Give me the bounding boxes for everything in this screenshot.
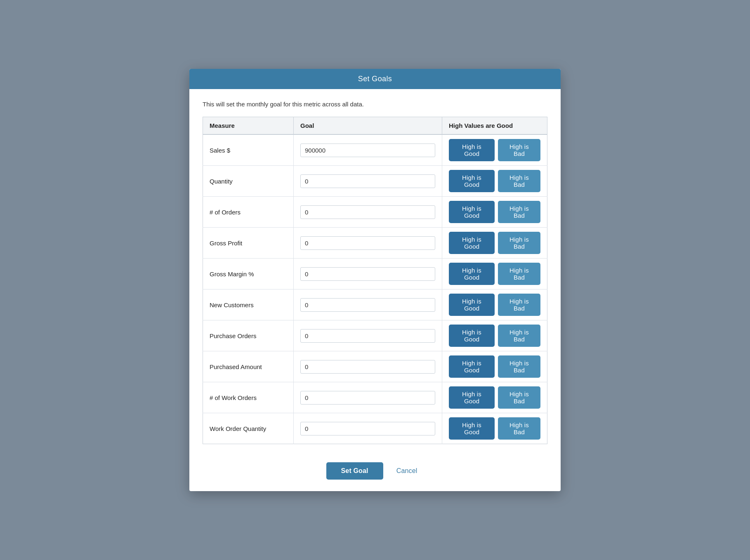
high-is-bad-button-work-order-quantity[interactable]: High is Bad — [498, 417, 540, 440]
modal-title: Set Goals — [358, 75, 392, 83]
modal-footer: Set Goal Cancel — [189, 454, 561, 491]
high-is-bad-button-purchased-amount[interactable]: High is Bad — [498, 355, 540, 378]
high-is-bad-button-quantity[interactable]: High is Bad — [498, 170, 540, 192]
table-row: # of OrdersHigh is GoodHigh is Bad — [203, 197, 547, 228]
modal-description: This will set the monthly goal for this … — [203, 101, 547, 108]
set-goals-modal: Set Goals This will set the monthly goal… — [189, 69, 561, 491]
high-is-good-button-orders[interactable]: High is Good — [449, 201, 495, 223]
goal-cell-work-orders — [294, 382, 442, 413]
high-is-good-button-purchase-orders[interactable]: High is Good — [449, 325, 495, 347]
table-row: Gross Margin %High is GoodHigh is Bad — [203, 259, 547, 289]
high-values-cell-orders: High is GoodHigh is Bad — [442, 197, 547, 228]
btn-group-sales: High is GoodHigh is Bad — [449, 139, 540, 161]
measure-cell-quantity: Quantity — [203, 166, 294, 197]
measure-cell-gross-profit: Gross Profit — [203, 228, 294, 259]
goal-input-gross-margin[interactable] — [300, 267, 435, 281]
measure-cell-sales: Sales $ — [203, 134, 294, 166]
goal-input-quantity[interactable] — [300, 174, 435, 188]
btn-group-purchase-orders: High is GoodHigh is Bad — [449, 325, 540, 347]
table-row: Purchase OrdersHigh is GoodHigh is Bad — [203, 320, 547, 351]
goal-cell-gross-profit — [294, 228, 442, 259]
table-row: Purchased AmountHigh is GoodHigh is Bad — [203, 351, 547, 382]
btn-group-orders: High is GoodHigh is Bad — [449, 201, 540, 223]
high-is-good-button-gross-margin[interactable]: High is Good — [449, 263, 495, 285]
modal-body: This will set the monthly goal for this … — [189, 89, 561, 454]
table-row: # of Work OrdersHigh is GoodHigh is Bad — [203, 382, 547, 413]
high-is-bad-button-gross-margin[interactable]: High is Bad — [498, 263, 540, 285]
high-is-bad-button-new-customers[interactable]: High is Bad — [498, 294, 540, 316]
high-is-bad-button-purchase-orders[interactable]: High is Bad — [498, 325, 540, 347]
high-values-cell-sales: High is GoodHigh is Bad — [442, 134, 547, 166]
goals-table: Measure Goal High Values are Good Sales … — [203, 117, 547, 444]
goal-input-work-orders[interactable] — [300, 391, 435, 405]
high-values-cell-quantity: High is GoodHigh is Bad — [442, 166, 547, 197]
goal-cell-quantity — [294, 166, 442, 197]
measure-cell-new-customers: New Customers — [203, 289, 294, 320]
goal-cell-purchase-orders — [294, 320, 442, 351]
set-goal-button[interactable]: Set Goal — [326, 462, 383, 480]
btn-group-quantity: High is GoodHigh is Bad — [449, 170, 540, 192]
high-is-good-button-work-order-quantity[interactable]: High is Good — [449, 417, 495, 440]
high-is-good-button-new-customers[interactable]: High is Good — [449, 294, 495, 316]
high-is-good-button-work-orders[interactable]: High is Good — [449, 386, 495, 409]
high-values-cell-new-customers: High is GoodHigh is Bad — [442, 289, 547, 320]
goal-input-purchase-orders[interactable] — [300, 329, 435, 343]
high-is-good-button-purchased-amount[interactable]: High is Good — [449, 355, 495, 378]
table-row: New CustomersHigh is GoodHigh is Bad — [203, 289, 547, 320]
high-is-bad-button-sales[interactable]: High is Bad — [498, 139, 540, 161]
goal-input-purchased-amount[interactable] — [300, 360, 435, 374]
goal-cell-purchased-amount — [294, 351, 442, 382]
table-row: QuantityHigh is GoodHigh is Bad — [203, 166, 547, 197]
goal-input-orders[interactable] — [300, 205, 435, 219]
goal-input-gross-profit[interactable] — [300, 236, 435, 250]
table-row: Work Order QuantityHigh is GoodHigh is B… — [203, 413, 547, 444]
high-values-cell-purchased-amount: High is GoodHigh is Bad — [442, 351, 547, 382]
measure-cell-work-order-quantity: Work Order Quantity — [203, 413, 294, 444]
modal-overlay: Set Goals This will set the monthly goal… — [0, 0, 750, 560]
table-header: Measure Goal High Values are Good — [203, 117, 547, 135]
high-is-good-button-quantity[interactable]: High is Good — [449, 170, 495, 192]
goal-cell-sales — [294, 134, 442, 166]
table-body: Sales $High is GoodHigh is BadQuantityHi… — [203, 134, 547, 444]
high-values-cell-work-order-quantity: High is GoodHigh is Bad — [442, 413, 547, 444]
table-row: Gross ProfitHigh is GoodHigh is Bad — [203, 228, 547, 259]
measure-cell-gross-margin: Gross Margin % — [203, 259, 294, 289]
btn-group-new-customers: High is GoodHigh is Bad — [449, 294, 540, 316]
cancel-button[interactable]: Cancel — [390, 462, 424, 480]
goal-input-work-order-quantity[interactable] — [300, 422, 435, 435]
high-values-cell-purchase-orders: High is GoodHigh is Bad — [442, 320, 547, 351]
high-is-bad-button-orders[interactable]: High is Bad — [498, 201, 540, 223]
btn-group-work-orders: High is GoodHigh is Bad — [449, 386, 540, 409]
table-row: Sales $High is GoodHigh is Bad — [203, 134, 547, 166]
high-is-good-button-gross-profit[interactable]: High is Good — [449, 232, 495, 254]
modal-header: Set Goals — [189, 69, 561, 89]
high-values-cell-gross-profit: High is GoodHigh is Bad — [442, 228, 547, 259]
goal-input-sales[interactable] — [300, 144, 435, 157]
measure-cell-purchase-orders: Purchase Orders — [203, 320, 294, 351]
high-values-cell-gross-margin: High is GoodHigh is Bad — [442, 259, 547, 289]
goal-cell-gross-margin — [294, 259, 442, 289]
high-values-cell-work-orders: High is GoodHigh is Bad — [442, 382, 547, 413]
btn-group-gross-margin: High is GoodHigh is Bad — [449, 263, 540, 285]
high-is-good-button-sales[interactable]: High is Good — [449, 139, 495, 161]
measure-cell-orders: # of Orders — [203, 197, 294, 228]
col-header-highvalues: High Values are Good — [442, 117, 547, 135]
goal-cell-new-customers — [294, 289, 442, 320]
col-header-goal: Goal — [294, 117, 442, 135]
btn-group-purchased-amount: High is GoodHigh is Bad — [449, 355, 540, 378]
col-header-measure: Measure — [203, 117, 294, 135]
measure-cell-purchased-amount: Purchased Amount — [203, 351, 294, 382]
measure-cell-work-orders: # of Work Orders — [203, 382, 294, 413]
table-header-row: Measure Goal High Values are Good — [203, 117, 547, 135]
goal-cell-work-order-quantity — [294, 413, 442, 444]
high-is-bad-button-work-orders[interactable]: High is Bad — [498, 386, 540, 409]
btn-group-work-order-quantity: High is GoodHigh is Bad — [449, 417, 540, 440]
high-is-bad-button-gross-profit[interactable]: High is Bad — [498, 232, 540, 254]
btn-group-gross-profit: High is GoodHigh is Bad — [449, 232, 540, 254]
goal-input-new-customers[interactable] — [300, 298, 435, 312]
goal-cell-orders — [294, 197, 442, 228]
